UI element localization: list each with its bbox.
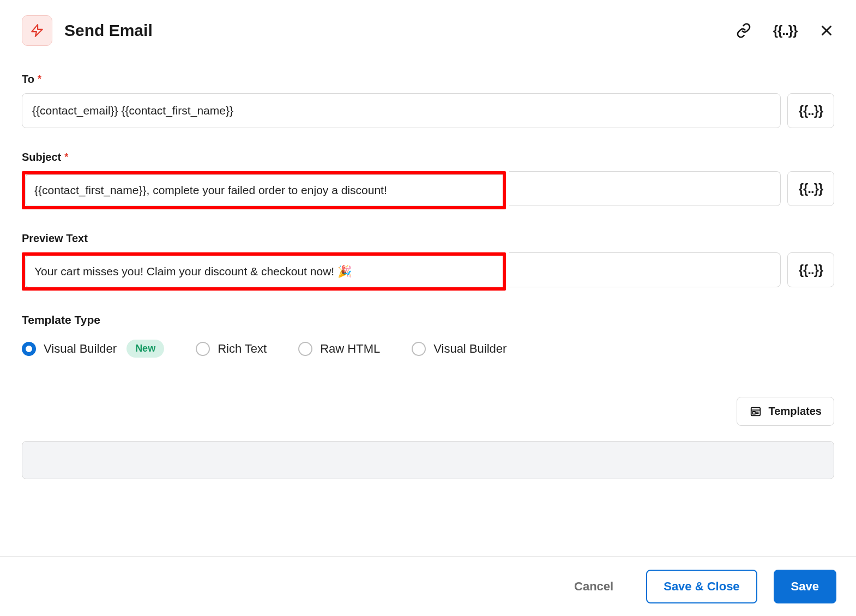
templates-row: Templates bbox=[22, 397, 834, 426]
link-button[interactable] bbox=[736, 23, 751, 38]
save-close-button[interactable]: Save & Close bbox=[646, 570, 757, 603]
preview-input-extension[interactable] bbox=[509, 252, 781, 287]
subject-input[interactable] bbox=[25, 174, 503, 206]
template-type-section: Template Type Visual Builder New Rich Te… bbox=[22, 313, 834, 358]
radio-rich-text[interactable]: Rich Text bbox=[196, 342, 267, 356]
dialog-footer: Cancel Save & Close Save bbox=[0, 556, 856, 616]
radio-label: Rich Text bbox=[218, 342, 267, 356]
radio-indicator bbox=[298, 342, 312, 356]
braces-icon: {{..}} bbox=[799, 103, 823, 118]
subject-input-extension[interactable] bbox=[509, 171, 781, 206]
preview-token-button[interactable]: {{..}} bbox=[787, 252, 834, 287]
dialog-title: Send Email bbox=[64, 21, 736, 40]
close-icon bbox=[819, 23, 834, 38]
required-star: * bbox=[64, 152, 68, 163]
radio-visual-builder-new[interactable]: Visual Builder New bbox=[22, 340, 164, 358]
field-to: To * {{..}} bbox=[22, 73, 834, 128]
radio-visual-builder-legacy[interactable]: Visual Builder bbox=[412, 342, 507, 356]
field-subject: Subject * {{..}} bbox=[22, 151, 834, 209]
preview-input[interactable] bbox=[25, 256, 503, 287]
radio-indicator bbox=[412, 342, 426, 356]
preview-label: Preview Text bbox=[22, 232, 834, 245]
link-icon bbox=[736, 22, 751, 39]
braces-icon: {{..}} bbox=[799, 181, 823, 196]
templates-icon bbox=[749, 406, 762, 418]
subject-highlight bbox=[22, 171, 506, 209]
required-star: * bbox=[38, 74, 41, 85]
templates-button[interactable]: Templates bbox=[737, 397, 834, 426]
radio-indicator bbox=[22, 342, 36, 356]
bolt-icon bbox=[30, 22, 44, 39]
cancel-button[interactable]: Cancel bbox=[558, 571, 630, 602]
save-button[interactable]: Save bbox=[774, 570, 836, 603]
braces-icon: {{..}} bbox=[773, 23, 798, 38]
subject-label: Subject * bbox=[22, 151, 834, 164]
new-badge: New bbox=[126, 340, 164, 358]
variables-button[interactable]: {{..}} bbox=[777, 23, 793, 38]
to-label: To * bbox=[22, 73, 834, 86]
radio-raw-html[interactable]: Raw HTML bbox=[298, 342, 380, 356]
to-token-button[interactable]: {{..}} bbox=[787, 93, 834, 128]
radio-label: Raw HTML bbox=[320, 342, 380, 356]
close-button[interactable] bbox=[819, 23, 834, 38]
field-preview: Preview Text {{..}} bbox=[22, 232, 834, 291]
svg-marker-0 bbox=[32, 25, 43, 37]
preview-label-text: Preview Text bbox=[22, 232, 88, 245]
email-canvas[interactable] bbox=[22, 441, 834, 479]
preview-highlight bbox=[22, 252, 506, 291]
templates-label: Templates bbox=[769, 405, 822, 418]
to-input[interactable] bbox=[22, 93, 781, 128]
svg-rect-5 bbox=[752, 412, 755, 414]
radio-label: Visual Builder bbox=[44, 342, 117, 356]
braces-icon: {{..}} bbox=[799, 262, 823, 277]
action-icon-badge bbox=[22, 15, 52, 46]
subject-label-text: Subject bbox=[22, 151, 61, 164]
to-label-text: To bbox=[22, 73, 34, 86]
radio-indicator bbox=[196, 342, 210, 356]
radio-label: Visual Builder bbox=[433, 342, 507, 356]
template-type-options: Visual Builder New Rich Text Raw HTML Vi… bbox=[22, 340, 834, 358]
subject-token-button[interactable]: {{..}} bbox=[787, 171, 834, 206]
template-type-label: Template Type bbox=[22, 313, 834, 327]
dialog-header: Send Email {{..}} bbox=[22, 15, 834, 46]
